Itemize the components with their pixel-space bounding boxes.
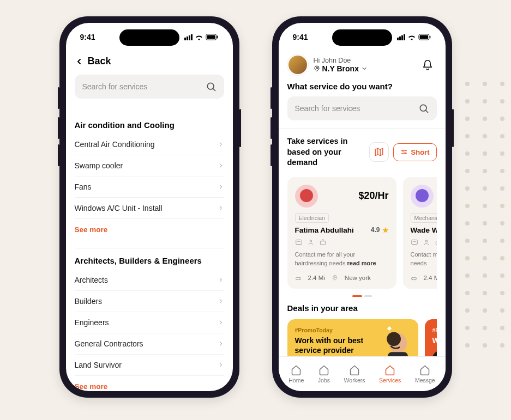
service-row[interactable]: Land Survivor: [75, 355, 224, 376]
certificate-icon: [411, 239, 418, 246]
worker-desc: Contact me for all your hairdressing nee…: [295, 251, 389, 268]
service-row[interactable]: Builders: [75, 291, 224, 312]
service-row[interactable]: Fans: [75, 176, 224, 198]
svg-point-25: [334, 276, 336, 278]
pin-icon: [332, 275, 338, 281]
certificate-icon: [295, 239, 303, 246]
battery-icon: [206, 34, 219, 40]
briefcase-icon: [435, 239, 437, 246]
home-icon: [384, 364, 395, 375]
chevron-right-icon: [218, 184, 224, 190]
chevron-right-icon: [218, 277, 224, 283]
svg-rect-26: [411, 240, 417, 244]
tab-services[interactable]: Services: [379, 364, 401, 384]
person-icon: [423, 239, 430, 246]
search-placeholder: Search for services: [82, 82, 148, 91]
search-icon: [206, 81, 217, 92]
tab-messge[interactable]: Messge: [415, 364, 435, 384]
search-input[interactable]: Search for services: [287, 96, 437, 120]
headline-question: What service do you want?: [287, 82, 437, 91]
chevron-right-icon: [218, 362, 224, 368]
location-selector[interactable]: N.Y Bronx: [314, 64, 413, 73]
see-more-link[interactable]: See more: [75, 219, 224, 236]
bottom-tab-bar: HomeJobsWorkersServicesMessge: [279, 356, 446, 391]
car-icon: [411, 275, 417, 281]
worker-distance: 2.4 Mi: [424, 275, 437, 281]
worker-name: Fatima Abdullahi: [295, 226, 354, 234]
home-icon: [419, 364, 430, 375]
deals-heading: Deals in your area: [287, 303, 437, 313]
deal-title: Wo: [432, 336, 437, 345]
service-label: Central Air Conditioning: [75, 140, 155, 149]
search-icon: [418, 103, 429, 114]
service-row[interactable]: Architects: [75, 270, 224, 291]
service-label: Engineers: [75, 318, 109, 327]
svg-rect-2: [217, 35, 218, 38]
deal-illustration: [372, 328, 418, 356]
chevron-right-icon: [218, 205, 224, 211]
chevron-right-icon: [218, 298, 224, 305]
svg-rect-7: [429, 35, 430, 38]
svg-marker-11: [375, 149, 383, 156]
service-row[interactable]: Windows A/C Unit - Install: [75, 198, 224, 219]
worker-badges: [411, 239, 437, 246]
read-more-link[interactable]: read more: [347, 260, 376, 266]
deal-title: Work with our best service provider: [295, 336, 377, 355]
star-icon: ★: [382, 226, 389, 234]
service-row[interactable]: General Contractors: [75, 333, 224, 355]
wifi-icon: [195, 34, 203, 40]
see-more-link[interactable]: See more: [75, 376, 224, 391]
chevron-right-icon: [218, 340, 224, 347]
dynamic-island: [332, 29, 392, 46]
pin-icon: [314, 65, 320, 72]
back-label: Back: [88, 56, 111, 67]
back-button[interactable]: Back: [75, 56, 224, 67]
person-icon: [307, 239, 315, 246]
deal-card[interactable]: #Pro Wo B: [425, 319, 437, 356]
svg-point-8: [316, 68, 317, 69]
tab-label: Jobs: [318, 377, 330, 384]
service-label: General Contractors: [75, 339, 143, 348]
user-avatar[interactable]: [287, 54, 308, 75]
cellular-icon: [397, 34, 405, 40]
service-label: Windows A/C Unit - Install: [75, 204, 163, 212]
svg-point-20: [310, 240, 312, 242]
service-label: Architects: [75, 276, 108, 284]
worker-card[interactable]: Mechanic Wade Warren Contact me for all …: [403, 177, 437, 289]
worker-card[interactable]: $20/Hr Electrician Fatima Abdullahi 4.9 …: [287, 177, 396, 289]
filter-short-button[interactable]: Short: [393, 143, 437, 161]
svg-rect-18: [296, 240, 302, 244]
home-icon: [318, 364, 329, 375]
tab-home[interactable]: Home: [288, 364, 304, 384]
svg-rect-29: [436, 241, 437, 244]
deal-card[interactable]: #PromoToday Work with our best service p…: [287, 319, 418, 356]
bell-icon: [422, 59, 433, 70]
service-label: Land Survivor: [75, 361, 122, 369]
tab-workers[interactable]: Workers: [344, 364, 365, 384]
notifications-button[interactable]: [418, 56, 437, 74]
worker-desc: Contact me for all hairdressing needs: [411, 251, 437, 268]
service-label: Fans: [75, 182, 92, 191]
car-icon: [295, 275, 302, 281]
sliders-icon: [400, 148, 408, 156]
worker-distance: 2.4 Mi: [308, 275, 325, 281]
tab-jobs[interactable]: Jobs: [318, 364, 330, 384]
service-row[interactable]: Central Air Conditioning: [75, 134, 224, 155]
chevron-left-icon: [75, 57, 83, 66]
chevron-down-icon: [361, 65, 368, 72]
tab-label: Messge: [415, 377, 435, 384]
worker-tag: Electrician: [295, 213, 329, 223]
tab-label: Services: [379, 377, 401, 384]
svg-line-4: [213, 88, 215, 90]
worker-avatar: [295, 185, 318, 208]
svg-rect-35: [388, 352, 408, 356]
search-input[interactable]: Search for services: [75, 75, 224, 99]
service-row[interactable]: Engineers: [75, 312, 224, 333]
service-row[interactable]: Swamp cooler: [75, 155, 224, 176]
map-button[interactable]: [369, 142, 389, 162]
book-button[interactable]: B: [432, 351, 437, 356]
svg-point-17: [404, 153, 405, 154]
home-icon: [291, 364, 302, 375]
worker-price: $20/Hr: [358, 190, 388, 202]
svg-rect-21: [320, 241, 325, 244]
